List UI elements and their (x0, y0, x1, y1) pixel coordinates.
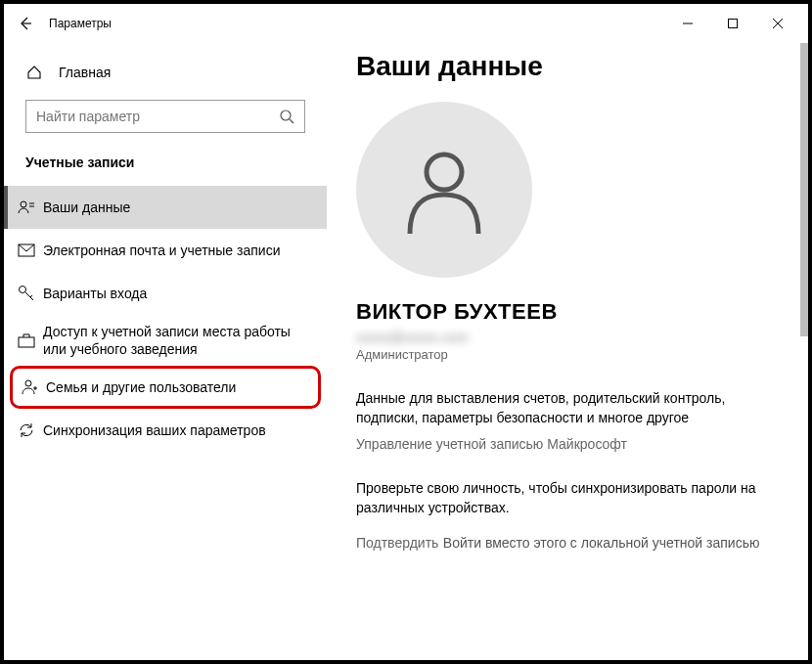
settings-window: Параметры Главная Найти параметр (0, 0, 812, 664)
svg-point-5 (281, 111, 291, 120)
mail-icon (18, 242, 35, 259)
window-title: Параметры (49, 17, 112, 30)
user-icon (395, 141, 493, 239)
close-button[interactable] (755, 8, 800, 39)
back-button[interactable] (12, 10, 39, 37)
sidebar-item-signin-options[interactable]: Варианты входа (4, 272, 327, 315)
search-icon (279, 109, 294, 124)
key-icon (18, 285, 35, 302)
avatar (356, 102, 532, 278)
user-email: xxxxx@xxxxx.com (356, 330, 469, 345)
verify-description: Проверьте свою личность, чтобы синхрониз… (356, 479, 767, 517)
minimize-button[interactable] (665, 8, 710, 39)
svg-rect-2 (729, 20, 738, 28)
user-role: Администратор (356, 347, 779, 362)
manage-account-link[interactable]: Управление учетной записью Майкрософт (356, 436, 627, 452)
svg-line-13 (30, 295, 32, 297)
close-icon (773, 19, 783, 28)
sidebar-item-label: Синхронизация ваших параметров (43, 421, 266, 439)
search-placeholder: Найти параметр (36, 109, 279, 124)
home-icon (25, 65, 43, 80)
sidebar-item-label: Ваши данные (43, 199, 130, 216)
sidebar-item-sync-settings[interactable]: Синхронизация ваших параметров (4, 409, 327, 452)
sidebar-item-label: Семья и другие пользователи (46, 378, 236, 396)
home-link[interactable]: Главная (4, 53, 327, 92)
scrollbar[interactable] (800, 43, 808, 336)
svg-point-7 (21, 201, 26, 207)
main-content: Ваши данные ВИКТОР БУХТЕЕВ xxxxx@xxxxx.c… (327, 43, 808, 660)
home-label: Главная (59, 65, 111, 80)
sidebar-item-label: Доступ к учетной записи места работы или… (43, 323, 305, 358)
briefcase-icon (18, 332, 35, 349)
verify-link[interactable]: Подтвердить (356, 535, 438, 551)
titlebar: Параметры (4, 4, 808, 43)
user-name: ВИКТОР БУХТЕЕВ (356, 299, 779, 325)
sidebar-item-your-info[interactable]: Ваши данные (4, 186, 327, 229)
svg-point-18 (427, 155, 462, 190)
maximize-button[interactable] (710, 8, 755, 39)
minimize-icon (683, 19, 693, 28)
svg-rect-14 (19, 337, 34, 347)
svg-point-15 (25, 380, 31, 386)
local-account-link[interactable]: Войти вместо этого с локальной учетной з… (443, 535, 760, 551)
search-input[interactable]: Найти параметр (25, 100, 305, 133)
maximize-icon (728, 19, 738, 28)
sidebar-item-work-access[interactable]: Доступ к учетной записи места работы или… (4, 315, 327, 366)
sync-icon (18, 421, 35, 439)
sidebar-item-family-users[interactable]: Семья и другие пользователи (10, 366, 321, 409)
person-add-icon (21, 378, 38, 396)
svg-point-11 (20, 287, 26, 293)
sidebar-section-title: Учетные записи (4, 151, 327, 186)
sidebar-item-label: Варианты входа (43, 285, 147, 302)
svg-line-6 (290, 119, 293, 123)
billing-description: Данные для выставления счетов, родительс… (356, 389, 767, 427)
person-card-icon (18, 199, 35, 216)
sidebar-item-label: Электронная почта и учетные записи (43, 242, 280, 259)
sidebar-item-email-accounts[interactable]: Электронная почта и учетные записи (4, 229, 327, 272)
page-title: Ваши данные (356, 51, 779, 82)
arrow-left-icon (18, 16, 33, 31)
window-body: Главная Найти параметр Учетные записи Ва… (4, 43, 808, 660)
sidebar: Главная Найти параметр Учетные записи Ва… (4, 43, 327, 660)
